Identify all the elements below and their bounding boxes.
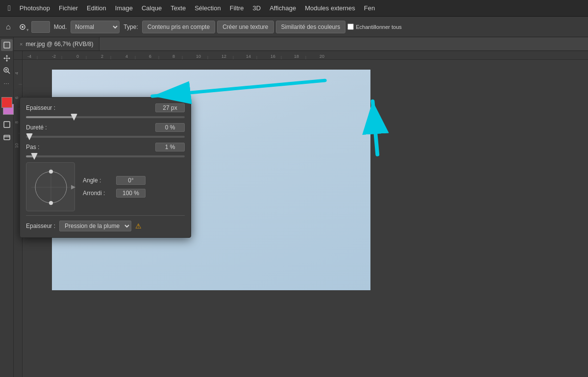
svg-text:18: 18 [294, 54, 299, 59]
svg-text:8: 8 [172, 54, 175, 59]
svg-point-45 [49, 170, 53, 174]
brush-diagram: ▶ Angle : 0° Arrondi : 100 % [26, 162, 185, 211]
svg-text:4: 4 [14, 72, 19, 75]
thickness-slider[interactable] [26, 116, 185, 118]
main-layout: ··· × mer.jpg @ 66,7% (RVB/8) [0, 37, 588, 377]
angle-value[interactable]: 0° [116, 176, 146, 185]
tool-frame[interactable] [1, 131, 13, 143]
svg-rect-8 [4, 135, 10, 140]
tool-select-rect[interactable] [1, 39, 13, 51]
svg-text:-4: -4 [27, 54, 31, 59]
ruler-row: -4 -2 0 2 4 6 8 10 12 [14, 51, 588, 60]
svg-text:8: 8 [14, 121, 19, 124]
menu-texte[interactable]: Texte [167, 2, 190, 14]
svg-text:10: 10 [196, 54, 201, 59]
content-aware-button[interactable]: Contenu pris en compte [142, 21, 215, 33]
tab-title: mer.jpg @ 66,7% (RVB/8) [25, 41, 93, 48]
type-label: Type: [122, 24, 140, 30]
svg-text:16: 16 [270, 54, 275, 59]
tool-mask[interactable] [1, 119, 13, 130]
menu-3d[interactable]: 3D [249, 2, 265, 14]
svg-text:12: 12 [221, 54, 226, 59]
svg-point-1 [22, 26, 24, 28]
tools-sidebar: ··· [0, 37, 14, 377]
svg-text:2: 2 [101, 54, 103, 59]
canvas-area: 4 6 8 10 Epaisseur : 27 px [14, 60, 588, 377]
svg-text:10: 10 [14, 143, 19, 148]
image-tab[interactable]: × mer.jpg @ 66,7% (RVB/8) [14, 37, 99, 50]
step-label: Pas : [26, 144, 39, 151]
hardness-label: Dureté : [26, 124, 47, 131]
svg-text:-2: -2 [52, 54, 56, 59]
svg-rect-2 [4, 42, 10, 48]
menu-edition[interactable]: Edition [83, 2, 110, 14]
arrondi-row: Arrondi : 100 % [83, 189, 185, 198]
angle-arrondi-panel: Angle : 0° Arrondi : 100 % [83, 176, 185, 198]
step-row: Pas : 1 % [26, 143, 185, 151]
svg-text:4: 4 [125, 54, 128, 59]
brush-popup: Epaisseur : 27 px Dureté : 0 % [20, 97, 191, 238]
color-similarity-button[interactable]: Similarité des couleurs [276, 21, 346, 33]
svg-text:14: 14 [246, 54, 251, 59]
tab-close-icon[interactable]: × [20, 41, 23, 47]
create-texture-button[interactable]: Créer une texture [217, 21, 273, 33]
home-button[interactable]: ⌂ [3, 21, 14, 33]
content-area: × mer.jpg @ 66,7% (RVB/8) -4 -2 0 2 4 [14, 37, 588, 377]
menu-filtre[interactable]: Filtre [226, 2, 248, 14]
brush-tool-button[interactable]: ▾ [16, 21, 29, 33]
tool-move[interactable] [1, 52, 13, 64]
svg-text:20: 20 [319, 54, 324, 59]
menu-image[interactable]: Image [111, 2, 137, 14]
svg-rect-7 [4, 122, 10, 127]
angle-label: Angle : [83, 177, 112, 184]
menu-affichage[interactable]: Affichage [266, 2, 300, 14]
pressure-select[interactable]: Pression de la plume [59, 221, 131, 231]
menu-calque[interactable]: Calque [138, 2, 166, 14]
mode-select[interactable]: Normal [71, 21, 120, 33]
menu-selection[interactable]: Sélection [191, 2, 224, 14]
tool-more[interactable]: ··· [1, 77, 13, 89]
brush-size-input[interactable]: 27 [31, 21, 50, 33]
hardness-value: 0 % [155, 123, 185, 132]
ruler-top: -4 -2 0 2 4 6 8 10 12 [23, 51, 588, 60]
arrondi-value[interactable]: 100 % [116, 189, 146, 198]
menu-fichier[interactable]: Fichier [55, 2, 82, 14]
brush-shape-preview: ▶ [26, 162, 75, 211]
svg-point-46 [49, 201, 53, 205]
thickness-value: 27 px [155, 103, 185, 112]
apple-menu[interactable]:  [4, 4, 15, 13]
mode-label: Mod. [52, 24, 69, 30]
svg-text:6: 6 [149, 54, 151, 59]
tab-bar: × mer.jpg @ 66,7% (RVB/8) [14, 37, 588, 51]
svg-line-4 [7, 72, 10, 74]
toolbar: ⌂ ▾ 27 Mod. Normal Type: Contenu pris en… [0, 17, 588, 37]
sample-all-checkbox[interactable]: Echantillonner tous [347, 24, 402, 30]
thickness-row: Epaisseur : 27 px [26, 103, 185, 112]
hardness-slider[interactable] [26, 136, 185, 138]
footer-thickness-label: Epaisseur : [26, 223, 55, 229]
hardness-row: Dureté : 0 % [26, 123, 185, 132]
popup-footer: Epaisseur : Pression de la plume ⚠ [26, 215, 185, 231]
angle-row: Angle : 0° [83, 176, 185, 185]
svg-text:0: 0 [76, 54, 79, 59]
menu-photoshop[interactable]: Photoshop [16, 2, 54, 14]
menu-fen[interactable]: Fen [360, 2, 379, 14]
thickness-label: Epaisseur : [26, 104, 55, 111]
warning-icon: ⚠ [135, 222, 142, 230]
tool-zoom[interactable] [1, 65, 13, 76]
svg-text:6: 6 [14, 97, 19, 99]
arrondi-label: Arrondi : [83, 190, 112, 197]
menu-modules[interactable]: Modules externes [301, 2, 359, 14]
step-slider[interactable] [26, 155, 185, 157]
foreground-color[interactable] [1, 97, 12, 108]
step-value: 1 % [155, 143, 185, 151]
menu-bar:  Photoshop Fichier Edition Image Calque… [0, 0, 588, 17]
